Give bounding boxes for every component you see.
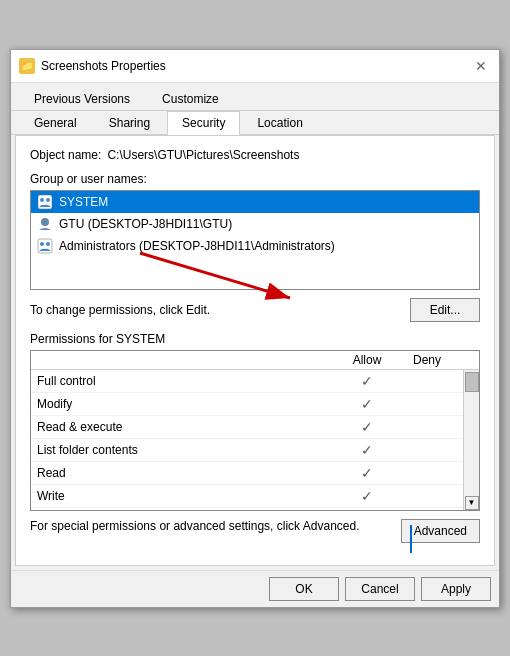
perm-row-write: Write ✓ [31,485,463,508]
svg-point-5 [40,242,44,246]
svg-point-6 [46,242,50,246]
title-bar-left: 📁 Screenshots Properties [19,58,166,74]
perm-col-scroll [457,353,473,367]
footer-buttons: OK Cancel Apply [11,570,499,607]
perm-name-modify: Modify [37,397,337,411]
cancel-button[interactable]: Cancel [345,577,415,601]
perm-allow-modify: ✓ [337,396,397,412]
object-name-label: Object name: [30,148,101,162]
perm-col-allow: Allow [337,353,397,367]
advanced-text: For special permissions or advanced sett… [30,519,401,533]
perm-name-fullcontrol: Full control [37,374,337,388]
blue-line-annotation [410,525,412,553]
perm-name-read: Read [37,466,337,480]
properties-window: 📁 Screenshots Properties ✕ Previous Vers… [10,49,500,608]
top-tab-row: Previous Versions Customize [11,83,499,111]
perm-col-name [37,353,337,367]
svg-point-1 [40,198,44,202]
tab-security[interactable]: Security [167,111,240,135]
edit-button[interactable]: Edit... [410,298,480,322]
user-admins-name: Administrators (DESKTOP-J8HDI11\Administ… [59,239,335,253]
group-label: Group or user names: [30,172,480,186]
user-item-admins[interactable]: Administrators (DESKTOP-J8HDI11\Administ… [31,235,479,257]
tab-customize[interactable]: Customize [147,87,234,110]
permissions-body: Full control ✓ Modify ✓ Read & execute ✓ [31,370,479,510]
user-item-system[interactable]: SYSTEM [31,191,479,213]
folder-icon: 📁 [19,58,35,74]
object-name-row: Object name: C:\Users\GTU\Pictures\Scree… [30,148,480,162]
tab-general[interactable]: General [19,111,92,134]
window-title: Screenshots Properties [41,59,166,73]
scrollbar-thumb[interactable] [465,372,479,392]
admins-user-icon [37,238,53,254]
perm-row-modify: Modify ✓ [31,393,463,416]
advanced-row: For special permissions or advanced sett… [30,519,480,543]
perm-allow-listfolder: ✓ [337,442,397,458]
title-bar: 📁 Screenshots Properties ✕ [11,50,499,83]
permissions-col-header: Allow Deny [31,351,479,370]
perm-row-readexecute: Read & execute ✓ [31,416,463,439]
ok-button[interactable]: OK [269,577,339,601]
user-gtu-name: GTU (DESKTOP-J8HDI11\GTU) [59,217,232,231]
perm-name-listfolder: List folder contents [37,443,337,457]
edit-text: To change permissions, click Edit. [30,303,210,317]
gtu-user-icon [37,216,53,232]
advanced-button[interactable]: Advanced [401,519,480,543]
perm-allow-fullcontrol: ✓ [337,373,397,389]
tab-previous-versions[interactable]: Previous Versions [19,87,145,110]
tab-location[interactable]: Location [242,111,317,134]
permissions-header: Permissions for SYSTEM [30,332,480,346]
svg-point-2 [46,198,50,202]
perm-row-read: Read ✓ [31,462,463,485]
tab-content: Object name: C:\Users\GTU\Pictures\Scree… [15,135,495,566]
perm-allow-read: ✓ [337,465,397,481]
perm-name-write: Write [37,489,337,503]
perm-name-readexecute: Read & execute [37,420,337,434]
object-name-value: C:\Users\GTU\Pictures\Screenshots [107,148,299,162]
perm-allow-write: ✓ [337,488,397,504]
perm-row-fullcontrol: Full control ✓ [31,370,463,393]
apply-button[interactable]: Apply [421,577,491,601]
perm-col-deny: Deny [397,353,457,367]
scrollbar[interactable]: ▼ [463,370,479,510]
bottom-tab-row: General Sharing Security Location [11,111,499,135]
tab-sharing[interactable]: Sharing [94,111,165,134]
user-system-name: SYSTEM [59,195,108,209]
permissions-table: Allow Deny Full control ✓ Modify ✓ [30,350,480,511]
edit-row: To change permissions, click Edit. Edit.… [30,298,480,322]
scrollbar-down-arrow[interactable]: ▼ [465,496,479,510]
perm-allow-readexecute: ✓ [337,419,397,435]
users-list[interactable]: SYSTEM GTU (DESKTOP-J8HDI11\GTU) Adminis… [30,190,480,290]
user-item-gtu[interactable]: GTU (DESKTOP-J8HDI11\GTU) [31,213,479,235]
close-button[interactable]: ✕ [471,56,491,76]
permissions-rows: Full control ✓ Modify ✓ Read & execute ✓ [31,370,463,510]
perm-row-listfolder: List folder contents ✓ [31,439,463,462]
permissions-section: Permissions for SYSTEM Allow Deny Full c… [30,332,480,511]
system-user-icon [37,194,53,210]
svg-point-3 [41,218,49,226]
